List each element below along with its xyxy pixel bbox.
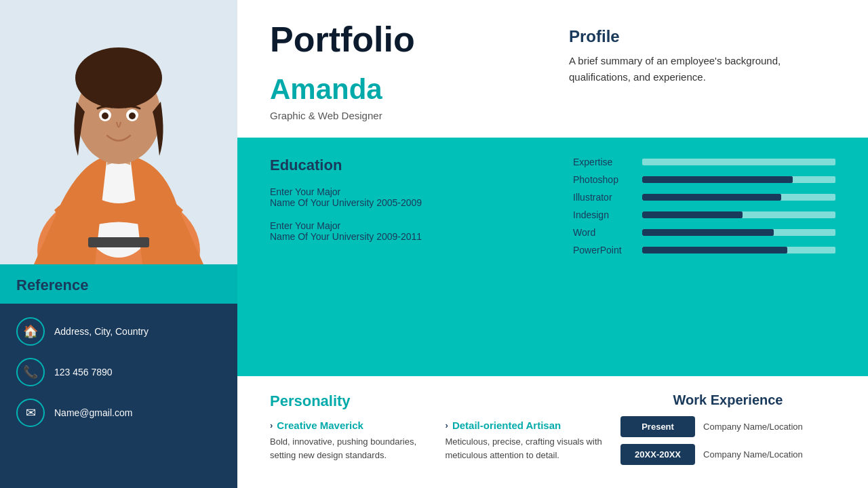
expertise-header-row: Expertise xyxy=(573,157,835,167)
edu-major-2: Enter Your Major xyxy=(270,220,532,231)
skill-illustrator: Illustrator xyxy=(573,192,835,203)
personality-items: › Creative Maverick Bold, innovative, pu… xyxy=(270,420,604,462)
skill-powerpoint: PowerPoint xyxy=(573,245,835,256)
illustrator-bar-bg xyxy=(642,194,835,201)
main-content: Portfolio Amanda Graphic & Web Designer … xyxy=(237,0,868,488)
work-company-2: Company Name/Location xyxy=(703,449,803,460)
address-item: 🏠 Address, City, Country xyxy=(16,317,221,346)
work-experience-column: Work Experience Present Company Name/Loc… xyxy=(620,392,835,472)
edu-university-2: Name Of Your University 2009-2011 xyxy=(270,231,532,242)
home-icon: 🏠 xyxy=(16,317,45,346)
photoshop-bar-fill xyxy=(642,176,793,183)
phone-item: 📞 123 456 7890 xyxy=(16,358,221,386)
portfolio-title: Portfolio xyxy=(270,22,536,57)
bottom-section: Personality › Creative Maverick Bold, in… xyxy=(237,376,868,488)
photoshop-label: Photoshop xyxy=(573,174,634,185)
work-badge-past: 20XX-20XX xyxy=(620,444,695,465)
phone-text: 123 456 7890 xyxy=(54,367,113,378)
edu-university-1: Name Of Your University 2005-2009 xyxy=(270,197,532,208)
work-company-1: Company Name/Location xyxy=(703,422,803,432)
chevron-icon-1: › xyxy=(270,420,273,430)
top-section: Portfolio Amanda Graphic & Web Designer … xyxy=(237,0,868,138)
job-title: Graphic & Web Designer xyxy=(270,110,536,121)
powerpoint-label: PowerPoint xyxy=(573,245,634,256)
personality-item-2: › Detail-oriented Artisan Meticulous, pr… xyxy=(446,420,605,462)
address-text: Address, City, Country xyxy=(54,326,149,337)
photoshop-bar-bg xyxy=(642,176,835,183)
indesign-label: Indesign xyxy=(573,209,634,220)
email-item: ✉ Name@gmail.com xyxy=(16,399,221,427)
powerpoint-bar-fill xyxy=(642,247,787,253)
skill-indesign: Indesign xyxy=(573,209,835,220)
chevron-icon-2: › xyxy=(446,420,448,430)
education-heading: Education xyxy=(270,157,532,174)
powerpoint-bar-bg xyxy=(642,247,835,253)
phone-icon: 📞 xyxy=(16,358,45,386)
profile-heading: Profile xyxy=(569,27,835,46)
personality-column: Personality › Creative Maverick Bold, in… xyxy=(270,392,604,472)
svg-rect-4 xyxy=(88,237,149,247)
expertise-label: Expertise xyxy=(573,157,634,167)
profile-section: Profile A brief summary of an employee's… xyxy=(569,22,835,121)
personality-text-1: Bold, innovative, pushing boundaries, se… xyxy=(270,435,429,462)
personality-text-2: Meticulous, precise, crafting visuals wi… xyxy=(446,435,605,462)
work-exp-item-1: Present Company Name/Location xyxy=(620,416,835,437)
top-left: Portfolio Amanda Graphic & Web Designer xyxy=(270,22,536,121)
middle-section: Education Enter Your Major Name Of Your … xyxy=(237,138,868,376)
personality-title-2: › Detail-oriented Artisan xyxy=(446,420,605,431)
edu-major-1: Enter Your Major xyxy=(270,186,532,197)
skill-photoshop: Photoshop xyxy=(573,174,835,185)
skill-word: Word xyxy=(573,227,835,238)
profile-text: A brief summary of an employee's backgro… xyxy=(569,53,835,85)
edu-entry-2: Enter Your Major Name Of Your University… xyxy=(270,220,532,242)
indesign-bar-fill xyxy=(642,211,743,218)
personality-title-1: › Creative Maverick xyxy=(270,420,429,431)
word-bar-fill xyxy=(642,229,774,236)
email-icon: ✉ xyxy=(16,399,45,427)
personality-heading: Personality xyxy=(270,392,604,410)
education-column: Education Enter Your Major Name Of Your … xyxy=(270,157,559,357)
edu-entry-1: Enter Your Major Name Of Your University… xyxy=(270,186,532,208)
expertise-bar-bg xyxy=(642,159,835,165)
illustrator-label: Illustrator xyxy=(573,192,634,203)
svg-point-10 xyxy=(129,113,136,119)
word-label: Word xyxy=(573,227,634,238)
work-badge-present: Present xyxy=(620,416,695,437)
contact-section: 🏠 Address, City, Country 📞 123 456 7890 … xyxy=(0,304,237,488)
reference-section: Reference xyxy=(0,264,237,304)
illustrator-bar-fill xyxy=(642,194,781,201)
candidate-name: Amanda xyxy=(270,73,536,106)
word-bar-bg xyxy=(642,229,835,236)
profile-photo xyxy=(0,0,237,264)
work-exp-item-2: 20XX-20XX Company Name/Location xyxy=(620,444,835,465)
email-text: Name@gmail.com xyxy=(54,407,132,418)
reference-title: Reference xyxy=(16,277,88,293)
skills-column: Expertise Photoshop Illustrator Indesign xyxy=(559,157,835,357)
svg-point-9 xyxy=(102,113,108,119)
work-exp-heading: Work Experience xyxy=(620,392,835,408)
personality-item-1: › Creative Maverick Bold, innovative, pu… xyxy=(270,420,429,462)
sidebar: Reference 🏠 Address, City, Country 📞 123… xyxy=(0,0,237,488)
indesign-bar-bg xyxy=(642,211,835,218)
